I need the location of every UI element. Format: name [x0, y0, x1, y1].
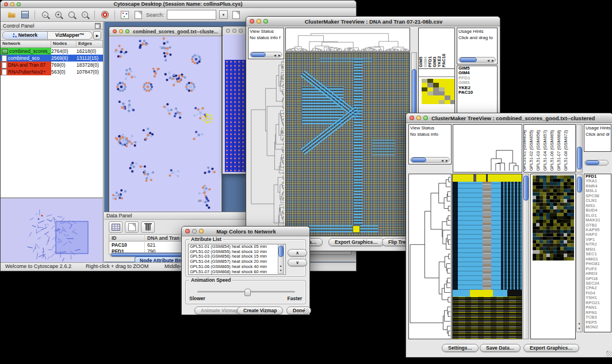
network-graph[interactable] [110, 36, 221, 216]
matrix-cell [450, 79, 455, 83]
zoom-button[interactable] [263, 19, 268, 24]
map-colors-dialog: Map Colors to Network Attribute List GPL… [181, 226, 310, 315]
resize-grip[interactable] [606, 351, 612, 357]
tv1-heatmap[interactable] [285, 52, 410, 236]
zoom-fit-button[interactable] [66, 10, 76, 20]
minimize-button[interactable] [416, 116, 421, 120]
save-data-button[interactable]: Save Data… [480, 344, 521, 352]
network-list-row[interactable]: combined_scores_2764(0)16218(0) [1, 48, 103, 55]
annotation-button[interactable] [133, 10, 143, 20]
save-session-button[interactable] [20, 10, 30, 20]
network-overview-panel[interactable] [1, 198, 103, 263]
tv2-gene-list[interactable]: PFD1YRA1RNR4MSL1SPC98CLN1NIS1BUD4ELG1MAK… [584, 174, 611, 330]
tv2-column-label: GPL51-03 (GSM856) [536, 126, 541, 171]
tv2-status-scrollbar[interactable]: ◀▶ [410, 157, 450, 163]
save-icon [21, 11, 29, 18]
tv2-label-scrollbar[interactable] [576, 124, 583, 173]
zoom-button[interactable] [423, 116, 428, 120]
network-list-row[interactable]: RNAPuberNov2+563(0)107847(0) [1, 68, 103, 75]
treeview2-titlebar[interactable]: ClusterMaker TreeView : combined_scores_… [406, 113, 612, 123]
attribute-list[interactable]: GPL51-01 (GSM854) heat shock 05 minGPL51… [188, 244, 286, 275]
zoom-out-button[interactable]: - [40, 10, 50, 20]
treeview1-titlebar[interactable]: ClusterMaker TreeView : DNA and Tran 07-… [246, 17, 500, 26]
tab-network[interactable]: Network [3, 32, 48, 39]
minimize-button[interactable] [10, 2, 14, 6]
minimize-button[interactable] [192, 229, 197, 233]
visual-styles-button[interactable] [120, 10, 130, 20]
tv2-global-heatmap[interactable] [533, 175, 574, 260]
move-up-button[interactable]: ∧ [288, 249, 307, 256]
tv1-status-scrollbar[interactable]: ◀▶ [250, 52, 282, 58]
zoom-button[interactable] [199, 229, 204, 233]
gene-label[interactable]: MON2 [584, 325, 611, 329]
network-list-row[interactable]: combined_sco2569(6)13112(15) [1, 55, 103, 62]
zoom-button[interactable] [17, 2, 21, 6]
zoom-button[interactable] [239, 29, 243, 33]
close-button[interactable] [113, 29, 117, 33]
tv1-row-label[interactable]: PAC10 [457, 90, 497, 95]
tv1-hints-scrollbar[interactable]: ◀▶ [458, 57, 496, 63]
tv2-view-status-text: No status info [409, 131, 451, 137]
network-canvas[interactable] [110, 36, 221, 216]
tv2-gene-scrollbar[interactable]: ▲ ▼ [576, 174, 583, 332]
zoom-button[interactable] [125, 29, 129, 33]
network-list-row[interactable]: DNA and Tran 07769(0)183728(0) [1, 62, 103, 68]
panel-tab-group: Network VizMapper™ [2, 31, 93, 40]
tab-overflow-button[interactable]: ▶ [93, 31, 101, 40]
tv2-hints-scrollbar[interactable] [584, 160, 609, 166]
export-graphics-button[interactable]: Export Graphics… [328, 238, 384, 246]
settings-button[interactable]: Settings… [442, 344, 479, 352]
import-table-button[interactable] [231, 10, 241, 20]
delete-attribute-button[interactable] [141, 221, 155, 233]
open-session-button[interactable] [6, 10, 17, 20]
close-button[interactable] [4, 2, 8, 6]
create-vizmap-button[interactable]: Create Vizmap [237, 306, 283, 315]
faster-label: Faster [287, 296, 302, 301]
speed-slider[interactable] [197, 291, 295, 293]
help-button[interactable] [100, 10, 110, 20]
tab-vizmapper[interactable]: VizMapper™ [48, 32, 92, 39]
tv1-row-dendrogram[interactable] [248, 60, 284, 236]
minimize-button[interactable] [232, 29, 236, 33]
move-down-button[interactable]: ∨ [288, 259, 307, 266]
main-titlebar[interactable]: Cytoscape Desktop (Session Name: collins… [1, 1, 356, 8]
speed-slider-thumb[interactable] [244, 289, 251, 296]
close-button[interactable] [250, 19, 254, 24]
zoom-selected-button[interactable]: ▫ [79, 10, 90, 20]
new-attribute-button[interactable] [125, 221, 139, 233]
close-button[interactable] [185, 229, 190, 233]
float-panel-icon[interactable] [95, 23, 101, 29]
toolbar-separator [114, 10, 115, 20]
search-input[interactable] [167, 10, 216, 20]
control-panel: Control Panel Network VizMapper™ ▶ Netwo… [1, 22, 104, 263]
minimize-button[interactable] [257, 19, 261, 24]
zoom-in-button[interactable]: + [53, 10, 63, 20]
export-graphics-button[interactable]: Export Graphics… [523, 344, 579, 352]
search-label: Search: [146, 12, 164, 18]
close-button[interactable] [410, 116, 414, 120]
resize-grip[interactable] [303, 308, 309, 314]
matrix-cell [439, 83, 445, 87]
matrix-cell [450, 83, 455, 87]
dialog-titlebar[interactable]: Map Colors to Network [182, 227, 309, 236]
matrix-cell [450, 87, 455, 91]
attribute-list-item[interactable]: GPL51-07 (GSM868) heat shock 60 min [189, 270, 285, 275]
tv2-heatmap[interactable] [452, 174, 522, 339]
tv2-row-dendrogram-panel[interactable] [408, 174, 452, 339]
tv2-global-view-panel[interactable] [530, 174, 576, 339]
matrix-cell [427, 87, 433, 91]
tv1-cluster-matrix[interactable] [422, 79, 455, 104]
close-button[interactable] [226, 29, 230, 33]
minimize-button[interactable] [119, 29, 123, 33]
tv1-row-labels[interactable]: GIM5GIM4PFD1GIM3YKE2PAC10 [457, 66, 497, 95]
tv2-heat-vscrollbar[interactable] [523, 174, 529, 339]
matrix-cell [422, 95, 427, 99]
tv2-column-dendrogram[interactable] [453, 124, 522, 173]
network-view-titlebar[interactable]: combined_scores_good.txt--cluste... [109, 27, 221, 36]
network-list: combined_scores_2764(0)16218(0)combined_… [1, 48, 103, 75]
select-attributes-button[interactable] [109, 221, 123, 233]
overview-thumbnail[interactable] [1, 198, 102, 262]
search-dropdown-button[interactable]: ▼ [219, 10, 228, 19]
attribute-list-scrollbar[interactable]: ▲ ▼ [278, 244, 284, 274]
tv1-column-dendrogram[interactable] [285, 28, 410, 52]
